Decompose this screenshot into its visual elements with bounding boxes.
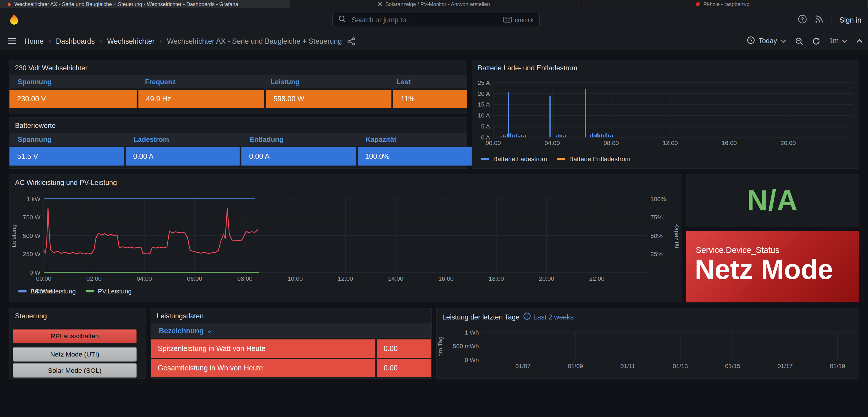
grafana-logo-icon[interactable]	[8, 13, 21, 28]
svg-text:750 W: 750 W	[23, 214, 40, 220]
panel-na-stat: N/A	[686, 175, 859, 227]
panel-title: 230 Volt Wechselrichter	[9, 60, 467, 75]
browser-tabbar: Wechselrichter AX - Serie und Baugleiche…	[0, 0, 868, 8]
legend-label: PV.Leistung	[98, 288, 132, 295]
news-rss-icon[interactable]	[815, 15, 824, 25]
breadcrumb-folder[interactable]: Wechselrichter	[107, 37, 155, 45]
table-row: Gesamtleistung in Wh von Heute 0.00	[151, 359, 431, 377]
svg-text:25%: 25%	[650, 250, 662, 257]
panel-title: Steuerung	[9, 308, 146, 322]
legend-swatch	[481, 158, 490, 160]
legend-item[interactable]: Batterie.Ladestrom	[481, 156, 547, 162]
keyboard-icon	[503, 16, 512, 24]
legend-item[interactable]: Batterie.Entladestrom	[557, 156, 630, 162]
legend-label: Batterie.Entladestrom	[569, 156, 630, 162]
search-input[interactable]	[350, 16, 498, 25]
browser-tab-pihole[interactable]: Pi-hole - raspberrypi	[579, 0, 868, 8]
row-label-cell: Gesamtleistung in Wh von Heute	[151, 359, 375, 377]
time-range-picker[interactable]: Today	[747, 36, 786, 46]
zoom-out-button[interactable]	[795, 37, 803, 45]
panel-title: Batteriewerte	[9, 118, 467, 132]
breadcrumb-dashboards[interactable]: Dashboards	[56, 37, 95, 45]
refresh-interval-picker[interactable]: 1m	[829, 37, 847, 45]
search-bar[interactable]: cmd+k	[332, 13, 539, 27]
browser-tab-solaranzeige[interactable]: Solaranzeige / PV-Monitor - Antwort erst…	[289, 0, 579, 8]
stat-value: Netz Mode	[695, 255, 859, 284]
column-header: Ladestrom	[125, 136, 240, 143]
panel-title: Leistung der letzten Tage	[442, 313, 520, 321]
refresh-interval-label: 1m	[829, 37, 838, 45]
sortable-column-header[interactable]: Bezeichnung	[151, 323, 431, 338]
svg-text:10:00: 10:00	[288, 275, 303, 282]
legend-swatch	[86, 290, 94, 293]
sort-header-label: Bezeichnung	[159, 327, 204, 335]
svg-text:12:00: 12:00	[662, 140, 678, 146]
svg-text:06:00: 06:00	[187, 275, 202, 282]
browser-tab-grafana[interactable]: Wechselrichter AX - Serie und Baugleiche…	[0, 0, 289, 8]
legend-swatch	[557, 158, 565, 160]
breadcrumb-separator: ›	[159, 37, 162, 45]
last-days-chart[interactable]: 01/0701/0901/1101/1301/1501/1701/190 Wh5…	[437, 323, 860, 375]
breadcrumb-separator: ›	[100, 37, 102, 45]
legend-item[interactable]: Batterie	[18, 288, 52, 295]
tab-title: Pi-hole - raspberrypi	[703, 0, 751, 8]
refresh-button[interactable]	[812, 37, 820, 45]
table-header-row: Spannung Frequenz Leistung Last	[9, 75, 467, 88]
tab-title: Solaranzeige / PV-Monitor - Antwort erst…	[385, 0, 490, 8]
grafana-topnav: cmd+k ? Sign in	[0, 8, 868, 32]
table-header-row: Spannung Ladestrom Entladung Kapazität	[9, 133, 467, 146]
svg-text:22:00: 22:00	[589, 275, 605, 282]
svg-text:20 A: 20 A	[478, 90, 490, 97]
svg-text:16:00: 16:00	[722, 140, 737, 146]
value-cell-frequenz: 49.9 Hz	[138, 90, 264, 108]
rpi-ausschalten-button[interactable]: RPI ausschalten	[13, 329, 137, 344]
panel-batteriewerte: Batteriewerte Spannung Ladestrom Entladu…	[9, 118, 467, 169]
value-cell-entladung: 0.00 A	[241, 147, 355, 166]
svg-text:04:00: 04:00	[545, 140, 560, 146]
panel-230v-wechselrichter: 230 Volt Wechselrichter Spannung Frequen…	[9, 60, 467, 114]
menu-hamburger-icon[interactable]	[8, 37, 17, 45]
legend-item[interactable]: PV.Leistung	[86, 288, 132, 295]
svg-text:500 W: 500 W	[23, 232, 40, 239]
svg-text:100%: 100%	[650, 196, 666, 202]
breadcrumb-current-dashboard[interactable]: Wechselrichter AX - Serie und Baugleiche…	[167, 37, 342, 45]
stat-value: N/A	[747, 184, 798, 217]
search-icon	[338, 15, 346, 25]
panel-leistungsdaten: Leistungsdaten Bezeichnung Spitzenleistu…	[151, 308, 432, 379]
share-icon[interactable]	[347, 37, 356, 45]
svg-text:20:00: 20:00	[539, 275, 554, 282]
breadcrumb-home[interactable]: Home	[24, 37, 43, 45]
last-2-weeks-link[interactable]: Last 2 weeks	[523, 312, 574, 322]
solar-mode-button[interactable]: Solar Mode (SOL)	[13, 363, 137, 378]
table-row: 51.5 V 0.00 A 0.00 A 100.0%	[9, 147, 467, 166]
netz-mode-button[interactable]: Netz Mode (UTI)	[13, 347, 137, 362]
collapse-toolbar-button[interactable]	[857, 39, 863, 43]
table-row: 230.00 V 49.9 Hz 598.00 W 11%	[9, 90, 467, 108]
svg-text:0 Wh: 0 Wh	[465, 357, 479, 363]
battery-current-chart[interactable]: 00:0004:0008:0012:0016:0020:000 A5 A10 A…	[472, 75, 860, 152]
svg-text:14:00: 14:00	[388, 275, 403, 282]
svg-text:1 Wh: 1 Wh	[465, 329, 479, 336]
link-label: Last 2 weeks	[533, 313, 574, 321]
value-cell-ladestrom: 0.00 A	[125, 147, 240, 166]
svg-text:18:00: 18:00	[489, 275, 504, 282]
svg-text:0 W: 0 W	[30, 269, 40, 276]
sign-in-button[interactable]: Sign in	[839, 16, 861, 24]
panel-ac-pv-chart: AC Wirkleistung und PV-Leistung 00:0002:…	[9, 175, 682, 302]
svg-text:01/19: 01/19	[830, 363, 845, 369]
svg-text:10 A: 10 A	[478, 112, 490, 119]
panel-batterie-ladestrom-chart: Batterie Lade- und Entladestrom 00:0004:…	[472, 60, 859, 169]
sort-chevron-icon	[207, 327, 212, 335]
value-cell-spannung: 230.00 V	[9, 90, 137, 108]
svg-text:01/17: 01/17	[777, 363, 793, 369]
ac-pv-chart[interactable]: 00:0002:0004:0006:0008:0010:0012:0014:00…	[9, 190, 682, 288]
help-icon[interactable]: ?	[798, 14, 808, 26]
panel-device-status: Service.Device_Status Netz Mode	[686, 231, 859, 302]
table-row: Spitzenleistung in Watt von Heute 0.00	[151, 339, 431, 358]
row-value-cell: 0.00	[377, 359, 431, 377]
svg-text:16:00: 16:00	[438, 275, 454, 282]
panel-title: Batterie Lade- und Entladestrom	[472, 60, 859, 75]
svg-text:00:00: 00:00	[36, 275, 52, 282]
svg-text:75%: 75%	[650, 214, 662, 220]
svg-text:50%: 50%	[650, 232, 662, 239]
